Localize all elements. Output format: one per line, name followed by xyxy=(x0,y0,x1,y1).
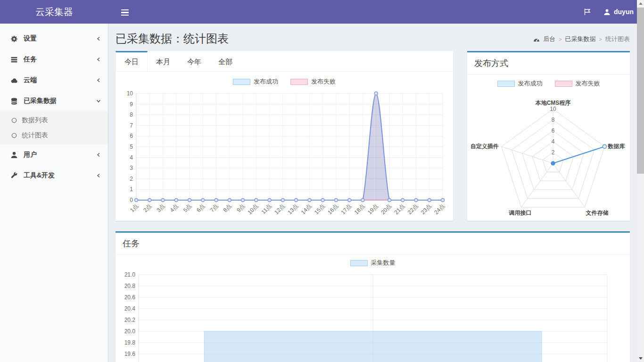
breadcrumb-home[interactable]: 后台 xyxy=(543,35,555,43)
scroll-down-arrow-icon[interactable] xyxy=(637,355,644,362)
sidebar: 设置 任务 云端 已采集数据 xyxy=(0,24,108,362)
svg-text:8: 8 xyxy=(130,111,133,118)
collected-data-submenu: 数据列表 统计图表 xyxy=(0,111,108,144)
svg-text:22点: 22点 xyxy=(406,202,420,216)
svg-text:24点: 24点 xyxy=(433,202,446,216)
vertical-scrollbar[interactable] xyxy=(637,0,644,362)
sidebar-item-stats-chart[interactable]: 统计图表 xyxy=(0,128,108,143)
sidebar-item-data-list[interactable]: 数据列表 xyxy=(0,113,108,128)
breadcrumb: 后台 > 已采集数据 > 统计图表 xyxy=(533,35,630,43)
svg-text:6: 6 xyxy=(552,127,555,134)
publish-method-radar-chart[interactable]: 本地CMS程序数据库文件存储调用接口自定义插件246810 xyxy=(469,92,628,220)
svg-text:20.6: 20.6 xyxy=(124,294,136,301)
svg-text:10: 10 xyxy=(550,106,556,112)
tab-this-month[interactable]: 本月 xyxy=(148,51,179,71)
chevron-left-icon xyxy=(96,77,101,83)
svg-text:自定义插件: 自定义插件 xyxy=(471,143,499,150)
hamburger-icon xyxy=(121,12,129,13)
svg-text:15点: 15点 xyxy=(313,202,326,216)
publish-method-panel: 发布方式 发布成功 发布失败 本地CMS程序数据库文件存储调用接口自定义插件24… xyxy=(467,51,630,221)
user-icon xyxy=(603,8,611,16)
hourly-line-chart[interactable]: 1点2点3点4点5点6点7点8点9点10点11点12点13点14点15点16点1… xyxy=(120,90,447,216)
svg-text:7点: 7点 xyxy=(209,202,220,213)
sidebar-item-tasks[interactable]: 任务 xyxy=(0,49,108,70)
svg-text:16点: 16点 xyxy=(326,202,339,216)
svg-text:数据库: 数据库 xyxy=(607,143,625,150)
sidebar-item-tools-dev[interactable]: 工具&开发 xyxy=(0,165,108,186)
navbar-right: duyun xyxy=(584,0,634,24)
top-navbar: 云采集器 duyun xyxy=(0,0,644,24)
svg-text:20.8: 20.8 xyxy=(124,283,136,289)
svg-text:文件存储: 文件存储 xyxy=(586,210,609,216)
legend-swatch xyxy=(290,79,308,85)
breadcrumb-separator: > xyxy=(599,36,602,42)
circle-icon xyxy=(11,118,17,123)
chevron-left-icon xyxy=(96,173,101,178)
svg-text:2: 2 xyxy=(552,149,555,156)
legend-swatch xyxy=(350,260,368,266)
svg-text:1点: 1点 xyxy=(129,202,140,213)
tasks-chart-body: 采集数量 21.020.820.620.420.220.019.819.619.… xyxy=(116,255,630,362)
content-header: 已采集数据：统计图表 后台 > 已采集数据 > 统计图表 xyxy=(116,26,630,51)
tasks-chart-legend: 采集数量 xyxy=(121,259,624,267)
sidebar-item-label: 已采集数据 xyxy=(24,97,96,105)
tab-this-year[interactable]: 今年 xyxy=(179,51,210,71)
circle-icon xyxy=(11,133,17,138)
svg-text:6点: 6点 xyxy=(195,202,206,213)
legend-item-publish-fail[interactable]: 发布失败 xyxy=(290,77,336,86)
username: duyun xyxy=(614,8,634,16)
cloud-icon xyxy=(10,76,18,84)
scrollbar-thumb[interactable] xyxy=(637,8,644,174)
svg-text:9点: 9点 xyxy=(235,202,246,213)
sidebar-item-label: 用户 xyxy=(24,151,96,159)
legend-item-collect-count[interactable]: 采集数量 xyxy=(350,259,396,267)
app-brand[interactable]: 云采集器 xyxy=(0,0,108,24)
hourly-chart-panel: 今日 本月 今年 全部 发布成功 发布失败 1点2点3点4点5点6点7点8点9点… xyxy=(116,51,453,221)
sidebar-toggle-button[interactable] xyxy=(115,0,135,24)
svg-text:14点: 14点 xyxy=(300,202,313,216)
svg-text:21点: 21点 xyxy=(393,202,406,216)
svg-text:20.4: 20.4 xyxy=(124,305,136,312)
scroll-up-arrow-icon[interactable] xyxy=(637,0,644,7)
breadcrumb-section[interactable]: 已采集数据 xyxy=(565,35,596,43)
hamburger-icon xyxy=(121,9,129,10)
svg-text:21.0: 21.0 xyxy=(124,271,136,278)
sidebar-item-label: 数据列表 xyxy=(22,116,48,125)
svg-text:3点: 3点 xyxy=(156,202,166,213)
tasks-title: 任务 xyxy=(116,233,630,255)
gear-icon xyxy=(10,35,18,43)
tab-all[interactable]: 全部 xyxy=(210,51,241,71)
svg-text:19点: 19点 xyxy=(366,202,380,216)
legend-item-publish-success[interactable]: 发布成功 xyxy=(497,79,543,88)
radar-chart-body: 发布成功 发布失败 本地CMS程序数据库文件存储调用接口自定义插件246810 xyxy=(467,75,630,222)
tasks-panel: 任务 采集数量 21.020.820.620.420.220.019.819.6… xyxy=(116,231,630,362)
svg-text:6: 6 xyxy=(130,133,133,139)
svg-text:18点: 18点 xyxy=(353,202,366,216)
legend-swatch xyxy=(555,81,572,87)
publish-method-title: 发布方式 xyxy=(467,52,630,75)
svg-text:5点: 5点 xyxy=(182,202,193,213)
chevron-left-icon xyxy=(96,57,101,62)
content-area: 已采集数据：统计图表 后台 > 已采集数据 > 统计图表 今日 本月 今年 全部 xyxy=(108,24,637,362)
sidebar-item-settings[interactable]: 设置 xyxy=(0,28,108,49)
svg-text:7: 7 xyxy=(130,122,133,129)
legend-item-publish-fail[interactable]: 发布失败 xyxy=(555,79,600,88)
sidebar-item-label: 工具&开发 xyxy=(24,171,96,180)
hourly-chart-body: 发布成功 发布失败 1点2点3点4点5点6点7点8点9点10点11点12点13点… xyxy=(116,72,453,218)
svg-text:调用接口: 调用接口 xyxy=(508,210,531,216)
user-menu[interactable]: duyun xyxy=(603,0,634,24)
sidebar-item-label: 统计图表 xyxy=(22,131,48,140)
sidebar-item-label: 云端 xyxy=(24,76,96,84)
legend-item-publish-success[interactable]: 发布成功 xyxy=(233,77,278,86)
sidebar-item-users[interactable]: 用户 xyxy=(0,144,108,165)
user-icon xyxy=(10,151,18,159)
tab-today[interactable]: 今日 xyxy=(116,51,148,71)
tasks-bar-chart[interactable]: 21.020.820.620.420.220.019.819.619.4 xyxy=(121,271,624,362)
svg-text:17点: 17点 xyxy=(339,202,353,216)
sidebar-item-cloud[interactable]: 云端 xyxy=(0,70,108,91)
sidebar-item-label: 任务 xyxy=(24,55,96,64)
sidebar-item-collected-data[interactable]: 已采集数据 xyxy=(0,91,108,111)
hourly-chart-legend: 发布成功 发布失败 xyxy=(120,77,448,86)
flag-menu[interactable] xyxy=(584,0,591,24)
chevron-down-icon xyxy=(96,98,101,104)
